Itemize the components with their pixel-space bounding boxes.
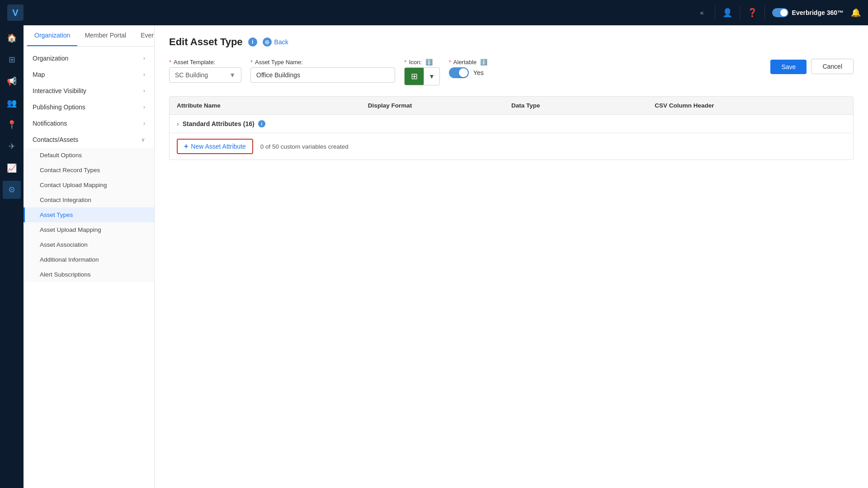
new-attr-row: + New Asset Attribute 0 of 50 custom var… [170, 133, 853, 160]
sidebar-subitem-contact-record-types[interactable]: Contact Record Types [24, 163, 154, 178]
sidebar-subitem-contact-upload-mapping[interactable]: Contact Upload Mapping [24, 178, 154, 192]
user-icon[interactable]: 👤 [722, 8, 732, 18]
tab-everbridge-open[interactable]: Everbridge Open [133, 25, 155, 46]
standard-attrs-label: Standard Attributes (16) [183, 120, 255, 127]
sidebar-item-label: Contacts/Assets [33, 136, 78, 143]
chevron-right-icon: › [143, 55, 145, 61]
sidebar-item-contacts-assets[interactable]: Contacts/Assets ∨ [24, 131, 154, 148]
icon-sidebar: 🏠 ⊞ 📢 👥 📍 ✈ 📈 ⚙ [0, 25, 24, 488]
sidebar-subitem-default-options[interactable]: Default Options [24, 148, 154, 163]
page-title: Edit Asset Type [169, 36, 243, 48]
nav-tabs: Organization Member Portal Everbridge Op… [24, 25, 154, 47]
sidebar-subitem-contact-integration[interactable]: Contact Integration [24, 192, 154, 207]
sidebar-subitem-asset-types[interactable]: Asset Types [24, 207, 154, 222]
icon-group: * Icon: ℹ️ ⊞ ▼ [404, 59, 440, 85]
nav-sidebar: Organization Member Portal Everbridge Op… [24, 25, 155, 488]
col-attribute-name: Attribute Name [177, 102, 368, 109]
asset-type-name-input[interactable] [250, 67, 395, 83]
topbar-divider-3 [764, 6, 765, 19]
asset-template-label: * Asset Template: [169, 59, 241, 66]
sidebar-icon-alerts[interactable]: 📢 [3, 72, 21, 90]
topbar-right: « 👤 ❓ Everbridge 360™ 🔔 [697, 6, 861, 19]
logo: V [7, 5, 24, 21]
form-row: * Asset Template: SC Building ▼ * Asset … [169, 59, 854, 85]
icon-dropdown-arrow[interactable]: ▼ [424, 69, 439, 84]
sidebar-item-map[interactable]: Map › [24, 66, 154, 83]
asset-type-name-group: * Asset Type Name: [250, 59, 395, 83]
sidebar-item-notifications[interactable]: Notifications › [24, 115, 154, 131]
icon-label: * Icon: ℹ️ [404, 59, 440, 66]
alertable-value: Yes [473, 69, 484, 76]
sidebar-subitem-alert-subscriptions[interactable]: Alert Subscriptions [24, 267, 154, 282]
sidebar-icon-contacts[interactable]: 👥 [3, 94, 21, 112]
sidebar-icon-home[interactable]: 🏠 [3, 29, 21, 47]
tab-organization[interactable]: Organization [27, 25, 77, 46]
theme-toggle[interactable] [772, 8, 788, 17]
icon-info-icon[interactable]: ℹ️ [425, 59, 433, 66]
topbar-divider [715, 6, 715, 19]
asset-template-value: SC Building [175, 71, 208, 79]
sidebar-subitem-asset-upload-mapping[interactable]: Asset Upload Mapping [24, 222, 154, 237]
chevron-right-icon: › [143, 104, 145, 110]
sidebar-icon-analytics[interactable]: 📈 [3, 159, 21, 177]
asset-template-select[interactable]: SC Building ▼ [169, 67, 241, 83]
chevron-right-icon: › [143, 71, 145, 78]
col-csv-header: CSV Column Header [655, 102, 846, 109]
chevron-down-icon: ∨ [141, 136, 145, 143]
sidebar-item-label: Notifications [33, 120, 67, 127]
back-circle-icon: ⊕ [263, 38, 272, 47]
table-header: Attribute Name Display Format Data Type … [170, 97, 853, 115]
standard-attrs-info-icon[interactable]: i [258, 120, 265, 127]
sidebar-item-label: Interactive Visibility [33, 87, 86, 94]
alertable-toggle[interactable] [449, 67, 469, 78]
select-arrow-icon: ▼ [229, 71, 236, 79]
sidebar-item-label: Organization [33, 55, 68, 62]
cancel-button[interactable]: Cancel [811, 59, 854, 74]
sidebar-icon-dashboard[interactable]: ⊞ [3, 51, 21, 69]
logo-icon: V [12, 8, 18, 18]
sidebar-submenu-contacts-assets: Default Options Contact Record Types Con… [24, 148, 154, 282]
chevron-right-icon: › [143, 120, 145, 127]
sidebar-icon-travel[interactable]: ✈ [3, 137, 21, 155]
standard-attributes-row: › Standard Attributes (16) i [170, 115, 853, 133]
alertable-group: * Alertable ℹ️ Yes [449, 59, 487, 78]
everbridge-label: Everbridge 360™ [792, 9, 844, 16]
sidebar-subitem-additional-information[interactable]: Additional Information [24, 252, 154, 267]
sidebar-item-label: Publishing Options [33, 103, 85, 111]
sidebar-item-publishing-options[interactable]: Publishing Options › [24, 99, 154, 115]
back-button[interactable]: ⊕ Back [263, 38, 288, 47]
topbar-divider-2 [740, 6, 740, 19]
sidebar-item-organization[interactable]: Organization › [24, 50, 154, 66]
plus-icon: + [184, 142, 188, 150]
alertable-toggle-group: Yes [449, 67, 487, 78]
icon-select[interactable]: ⊞ ▼ [404, 67, 440, 85]
notification-icon[interactable]: 🔔 [851, 8, 861, 17]
collapse-icon[interactable]: « [697, 7, 708, 18]
sidebar-item-interactive-visibility[interactable]: Interactive Visibility › [24, 83, 154, 99]
col-data-type: Data Type [511, 102, 655, 109]
required-marker: * [169, 59, 171, 66]
sidebar-icon-locations[interactable]: 📍 [3, 116, 21, 134]
col-display-format: Display Format [368, 102, 511, 109]
alertable-info-icon[interactable]: ℹ️ [480, 59, 487, 66]
help-icon[interactable]: ❓ [747, 8, 757, 18]
required-marker-2: * [250, 59, 253, 66]
new-asset-attribute-button[interactable]: + New Asset Attribute [177, 139, 253, 154]
save-button[interactable]: Save [770, 60, 807, 74]
everbridge-badge: Everbridge 360™ [772, 8, 844, 17]
expand-icon[interactable]: › [177, 120, 179, 127]
notification-area: 🔔 [851, 8, 861, 18]
icon-preview: ⊞ [405, 68, 424, 85]
page-header: Edit Asset Type i ⊕ Back [169, 36, 854, 48]
new-attr-label: New Asset Attribute [191, 143, 245, 150]
topbar-left: V [7, 5, 24, 21]
action-buttons: Save Cancel [770, 59, 854, 75]
required-marker-4: * [449, 59, 451, 66]
tab-member-portal[interactable]: Member Portal [77, 25, 133, 46]
sidebar-subitem-asset-association[interactable]: Asset Association [24, 237, 154, 252]
sidebar-item-label: Map [33, 71, 45, 78]
required-marker-3: * [404, 59, 406, 66]
main-content: Edit Asset Type i ⊕ Back * Asset Templat… [155, 25, 868, 488]
sidebar-icon-settings[interactable]: ⚙ [3, 181, 21, 199]
page-help-icon[interactable]: i [248, 38, 257, 47]
